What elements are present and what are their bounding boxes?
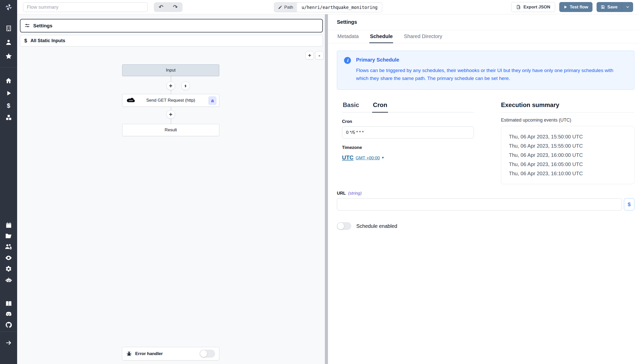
settings-panel: Settings Metadata Schedule Shared Direct…	[328, 14, 639, 364]
url-input[interactable]	[337, 198, 622, 210]
execution-summary-subtitle: Estimated upcoming events (UTC)	[501, 118, 634, 123]
variable-picker-button[interactable]: $	[624, 198, 634, 210]
event-row: Thu, 06 Apr 2023, 16:10:00 UTC	[509, 169, 632, 178]
bug-icon	[126, 351, 132, 357]
flow-summary-input[interactable]	[23, 2, 148, 12]
eye-icon[interactable]	[0, 254, 17, 262]
error-handler[interactable]: Error handler	[122, 347, 219, 360]
primary-schedule-info: i Primary Schedule Flows can be triggere…	[337, 51, 634, 90]
upcoming-events-box: Thu, 06 Apr 2023, 15:50:00 UTC Thu, 06 A…	[501, 126, 634, 184]
dollar-icon[interactable]: $	[0, 102, 17, 110]
plus-icon	[169, 84, 173, 88]
test-flow-button[interactable]: Test flow	[559, 2, 592, 12]
event-row: Thu, 06 Apr 2023, 16:00:00 UTC	[509, 150, 632, 160]
url-label: URL	[337, 191, 346, 196]
zoom-out-button[interactable]: -	[315, 51, 324, 60]
gear-icon[interactable]	[0, 265, 17, 273]
path-value: u/henri/earthquake_monitoring	[297, 3, 382, 12]
toggle-knob	[200, 350, 207, 357]
chevron-down-icon: ▾	[382, 155, 384, 160]
settings-tabs: Metadata Schedule Shared Directory	[328, 30, 639, 43]
building-icon[interactable]	[0, 25, 17, 32]
home-icon[interactable]	[0, 77, 17, 84]
error-handler-label: Error handler	[135, 351, 163, 356]
cubes-icon[interactable]	[0, 114, 17, 121]
node-http-badge[interactable]: a	[208, 96, 216, 105]
event-row: Thu, 06 Apr 2023, 15:55:00 UTC	[509, 141, 632, 150]
tab-metadata[interactable]: Metadata	[337, 33, 359, 43]
tab-cron[interactable]: Cron	[372, 101, 388, 113]
sliders-icon	[25, 23, 30, 28]
book-icon[interactable]	[0, 300, 17, 308]
event-row: Thu, 06 Apr 2023, 16:05:00 UTC	[509, 160, 632, 169]
primary-schedule-title: Primary Schedule	[356, 57, 626, 63]
export-json-button[interactable]: Export JSON	[511, 2, 555, 12]
export-icon	[516, 5, 521, 9]
flow-settings-label: Settings	[33, 23, 52, 29]
path-badge[interactable]: Path u/henri/earthquake_monitoring	[274, 2, 382, 12]
undo-icon: ↶	[159, 4, 163, 10]
execution-summary-title: Execution summary	[501, 101, 634, 109]
save-split-button: Save	[597, 2, 633, 12]
tab-shared-directory[interactable]: Shared Directory	[403, 33, 443, 43]
toggle-knob	[337, 223, 344, 229]
main-area: ↶ ↷ Path u/henri/earthquake_monitoring E…	[17, 0, 639, 364]
execution-summary: Execution summary Estimated upcoming eve…	[501, 101, 634, 184]
folder-icon[interactable]	[0, 232, 17, 240]
redo-button[interactable]: ↷	[168, 4, 182, 10]
tab-schedule[interactable]: Schedule	[369, 33, 393, 43]
panel-splitter[interactable]	[325, 14, 328, 364]
star-icon[interactable]	[0, 52, 17, 60]
export-json-label: Export JSON	[523, 5, 550, 10]
dollar-icon: $	[24, 38, 27, 44]
topbar: ↶ ↷ Path u/henri/earthquake_monitoring E…	[17, 0, 639, 14]
add-step-button[interactable]	[166, 110, 175, 119]
sidebar: $	[0, 0, 17, 364]
settings-panel-title: Settings	[328, 14, 639, 30]
play-icon[interactable]	[0, 89, 17, 97]
node-http-step[interactable]: HTTP Send GET Request (http) a	[122, 94, 219, 107]
user-icon[interactable]	[0, 38, 17, 46]
windmill-logo-icon	[5, 3, 13, 11]
schedule-enabled-row: Schedule enabled	[337, 222, 634, 230]
app-window: $	[0, 0, 639, 364]
add-step-button[interactable]	[166, 81, 175, 90]
redo-icon: ↷	[173, 4, 178, 10]
save-label: Save	[607, 5, 618, 10]
path-label-section: Path	[274, 3, 297, 12]
robot-icon[interactable]	[0, 276, 17, 284]
windmill-logo[interactable]	[0, 0, 17, 14]
node-input[interactable]: Input	[122, 64, 219, 76]
url-input-row: $	[337, 198, 634, 210]
users-gear-icon[interactable]	[0, 243, 17, 250]
node-result[interactable]: Result	[122, 124, 219, 136]
calendar-icon[interactable]	[0, 221, 17, 229]
undo-button[interactable]: ↶	[154, 4, 168, 10]
all-static-inputs-label: All Static Inputs	[30, 38, 65, 43]
all-static-inputs-button[interactable]: $ All Static Inputs	[20, 35, 323, 46]
save-button[interactable]: Save	[597, 2, 622, 12]
save-dropdown-button[interactable]	[622, 2, 633, 12]
plus-icon	[169, 112, 173, 116]
github-icon[interactable]	[0, 321, 17, 329]
discord-icon[interactable]	[0, 310, 17, 318]
cron-input[interactable]	[342, 126, 474, 138]
add-trigger-button[interactable]	[181, 81, 190, 90]
arrow-right-icon[interactable]	[0, 339, 17, 347]
zoom-in-button[interactable]: +	[305, 51, 314, 60]
bolt-icon	[184, 84, 188, 88]
node-result-label: Result	[165, 127, 177, 133]
http-cloud-icon: HTTP	[126, 97, 136, 103]
info-icon: i	[344, 57, 351, 64]
error-handler-toggle[interactable]	[200, 350, 215, 358]
svg-text:HTTP: HTTP	[129, 100, 133, 101]
schedule-enabled-toggle[interactable]	[337, 222, 351, 230]
tab-basic[interactable]: Basic	[342, 101, 360, 112]
cron-column: Basic Cron Cron Timezone UTC GMT +00:00	[342, 101, 474, 184]
flow-settings-button[interactable]: Settings	[20, 19, 323, 32]
primary-schedule-body: Flows can be triggered by any schedules,…	[356, 66, 626, 82]
node-input-label: Input	[166, 68, 176, 73]
timezone-offset: GMT +00:00	[356, 156, 380, 161]
timezone-select[interactable]: UTC GMT +00:00 ▾	[342, 154, 384, 161]
undo-redo-group: ↶ ↷	[154, 2, 182, 12]
